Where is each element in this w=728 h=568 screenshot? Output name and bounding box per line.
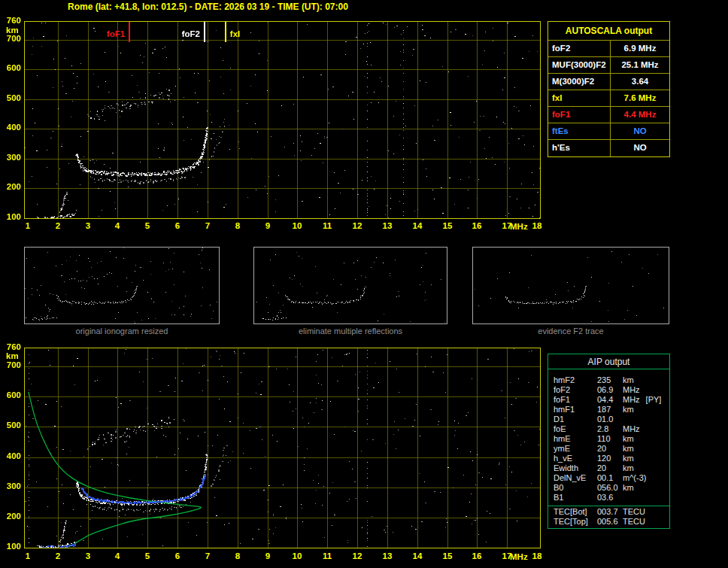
autoscala-param-value: 25.1 MHz xyxy=(611,57,669,73)
x-tick-label-13: 13 xyxy=(378,221,396,230)
autoscala-param-label: ftEs xyxy=(548,123,611,139)
x-tick-label-10: 10 xyxy=(288,221,306,230)
aip-cell-x xyxy=(634,375,640,385)
marker-line-foF1 xyxy=(129,22,130,42)
aip-cell-u: TECU xyxy=(623,517,645,527)
y-tick-label-760: 760 xyxy=(2,342,21,351)
y-tick-label-200: 200 xyxy=(2,182,21,191)
x-tick-label-4: 4 xyxy=(108,551,126,560)
y-tick-label-500: 500 xyxy=(2,93,21,102)
aip-cell-x xyxy=(634,483,640,493)
aip-cell-v: 2.8 xyxy=(597,424,623,434)
aip-cell-n: foF2 xyxy=(548,385,597,395)
autoscala-screen: Rome (lat: +41.8, lon: 012.5) - DATE: 20… xyxy=(0,0,728,568)
x-tick-label-15: 15 xyxy=(438,551,457,560)
aip-cell-x xyxy=(645,507,651,517)
aip-cell-x xyxy=(646,473,652,483)
x-tick-label-7: 7 xyxy=(199,221,217,230)
ionogram-plot: foF1foF2fxI xyxy=(24,21,541,219)
aip-row-TEC[Top]: TEC[Top]005.6TECU xyxy=(548,517,669,527)
profile-canvas xyxy=(25,348,540,548)
aip-row-ymE: ymE20km xyxy=(548,444,669,454)
autoscala-table-title: AUTOSCALA output xyxy=(548,22,669,41)
y-tick-label-300: 300 xyxy=(2,481,21,491)
x-tick-label-16: 16 xyxy=(468,551,486,560)
aip-table-rows: hmF2235kmfoF206.9MHzfoF104.4MHz[PY]hmF11… xyxy=(548,369,669,503)
aip-cell-n: ymE xyxy=(548,444,597,454)
autoscala-param-label: M(3000)F2 xyxy=(548,74,611,90)
marker-line-foF2 xyxy=(204,22,205,42)
aip-cell-v: 187 xyxy=(597,405,623,415)
x-tick-label-6: 6 xyxy=(168,551,187,560)
y-tick-label-300: 300 xyxy=(2,153,21,162)
aip-cell-u: MHz xyxy=(623,395,640,405)
aip-cell-u: km xyxy=(623,463,634,473)
x-tick-label-2: 2 xyxy=(49,551,67,560)
aip-cell-x xyxy=(640,424,646,434)
autoscala-row-fxI: fxI7.6 MHz xyxy=(548,90,669,107)
aip-cell-v: 003.7 xyxy=(597,507,623,517)
x-tick-label-3: 3 xyxy=(79,551,97,560)
autoscala-row-ftEs: ftEsNO xyxy=(548,123,669,140)
x-tick-label-6: 6 xyxy=(168,221,187,230)
aip-row-DelN_vE: DelN_vE00.1m^(-3) xyxy=(548,473,669,483)
aip-cell-n: B1 xyxy=(548,493,597,503)
autoscala-row-h'Es: h'EsNO xyxy=(548,140,669,156)
aip-cell-n: B0 xyxy=(548,483,597,493)
x-tick-label-3: 3 xyxy=(79,221,97,230)
autoscala-param-label: fxI xyxy=(548,90,611,106)
aip-cell-n: TEC[Bot] xyxy=(548,507,597,517)
aip-row-B1: B103.6 xyxy=(548,493,669,503)
aip-row-foF1: foF104.4MHz[PY] xyxy=(548,395,669,405)
marker-label-foF1: foF1 xyxy=(95,29,125,38)
aip-output-table: AIP output hmF2235kmfoF206.9MHzfoF104.4M… xyxy=(548,354,670,529)
aip-cell-x xyxy=(634,463,640,473)
x-tick-label-5: 5 xyxy=(138,221,156,230)
aip-cell-n: DelN_vE xyxy=(548,473,597,483)
aip-cell-u: TECU xyxy=(623,507,645,517)
y-tick-label-400: 400 xyxy=(2,451,21,460)
aip-cell-v: 20 xyxy=(597,444,623,454)
x-tick-label-1: 1 xyxy=(19,551,37,560)
autoscala-table-rows: foF26.9 MHzMUF(3000)F225.1 MHzM(3000)F23… xyxy=(548,41,669,156)
aip-cell-v: 005.6 xyxy=(597,517,623,527)
x-tick-label-12: 12 xyxy=(348,221,366,230)
aip-cell-u: km xyxy=(623,405,634,415)
aip-cell-v: 110 xyxy=(597,434,623,444)
y-tick-label-400: 400 xyxy=(2,123,21,132)
aip-row-foE: foE2.8MHz xyxy=(548,424,669,434)
y-tick-label-100: 100 xyxy=(2,542,21,551)
y-tick-label-760: 760 xyxy=(2,16,21,25)
x-tick-label-1: 1 xyxy=(19,221,37,230)
x-tick-label-18: 18 xyxy=(528,221,546,230)
aip-cell-n: TEC[Top] xyxy=(548,517,597,527)
aip-cell-x xyxy=(634,454,640,463)
aip-row-TEC[Bot]: TEC[Bot]003.7TECU xyxy=(548,507,669,517)
x-tick-label-4: 4 xyxy=(108,221,126,230)
ionogram-canvas xyxy=(25,22,540,218)
y-tick-label-600: 600 xyxy=(2,390,21,399)
autoscala-param-value: 6.9 MHz xyxy=(611,41,669,56)
y-axis-unit: km xyxy=(6,26,19,35)
x-tick-label-10: 10 xyxy=(288,551,306,560)
autoscala-param-value: 3.64 xyxy=(611,74,669,90)
aip-cell-v: 03.6 xyxy=(597,493,623,503)
aip-row-hmF1: hmF1187km xyxy=(548,405,669,415)
x-tick-label-12: 12 xyxy=(348,551,366,560)
x-tick-label-18: 18 xyxy=(528,551,546,560)
aip-cell-x xyxy=(623,493,629,503)
x-tick-label-11: 11 xyxy=(318,221,336,230)
aip-cell-n: Ewidth xyxy=(548,463,597,473)
aip-cell-x xyxy=(634,444,640,454)
aip-cell-x xyxy=(634,434,640,444)
marker-label-foF2: foF2 xyxy=(170,29,200,38)
autoscala-param-value: NO xyxy=(611,140,669,156)
x-tick-label-11: 11 xyxy=(318,551,336,560)
x-tick-label-5: 5 xyxy=(138,551,156,560)
y-axis-unit: km xyxy=(6,351,19,360)
x-tick-label-2: 2 xyxy=(49,221,67,230)
x-tick-label-9: 9 xyxy=(259,551,277,560)
x-tick-label-8: 8 xyxy=(229,221,247,230)
autoscala-row-M(3000)F2: M(3000)F23.64 xyxy=(548,74,669,90)
thumbnail-multiples-removed xyxy=(253,247,447,324)
